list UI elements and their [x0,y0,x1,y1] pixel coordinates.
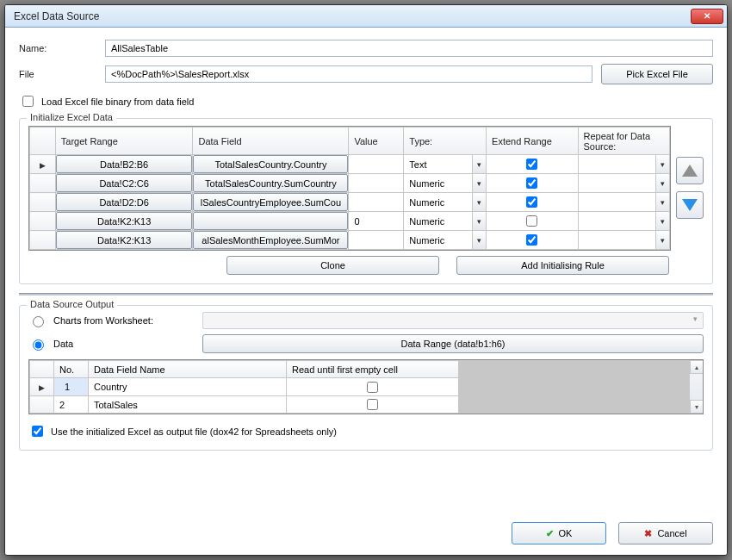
data-field-button[interactable]: TotalSalesCountry.SumCountry [193,174,348,192]
data-radio[interactable] [33,339,44,351]
chevron-down-icon[interactable] [655,174,669,192]
output-grid-row[interactable]: 1Country [30,378,689,396]
load-binary-checkbox[interactable] [22,96,34,107]
init-grid: Target Range Data Field Value Type: Exte… [28,126,671,251]
type-value: Numeric [404,231,472,249]
row-number: 2 [54,398,88,412]
output-group-title: Data Source Output [27,299,117,309]
ok-button[interactable]: ✔ OK [512,522,606,544]
close-button[interactable]: ✕ [691,9,723,24]
init-row-selector[interactable] [30,231,56,250]
value-cell[interactable] [349,182,403,185]
target-range-button[interactable]: Data!K2:K13 [56,231,193,249]
init-row-selector[interactable] [30,174,56,193]
output-col-no[interactable]: No. [54,361,89,378]
init-col-extend[interactable]: Extend Range [487,128,578,155]
init-col-type[interactable]: Type: [404,128,487,155]
init-grid-row[interactable]: Data!B2:B6TotalSalesCountry.CountryText [30,155,670,174]
type-select[interactable]: Numeric [404,231,486,249]
scroll-down-icon[interactable]: ▾ [690,400,703,414]
data-field-button[interactable]: alSalesMonthEmployee.SumMor [193,231,348,249]
extend-range-checkbox[interactable] [526,177,537,189]
type-value: Numeric [404,212,472,230]
data-field-button[interactable]: lSalesCountryEmployee.SumCou [193,193,348,211]
data-range-button[interactable]: Data Range (data!b1:h6) [202,334,704,353]
initialize-group: Initialize Excel Data Target Range Data [19,118,713,284]
output-row-selector[interactable] [30,378,54,396]
value-cell[interactable]: 0 [349,215,403,228]
pick-excel-file-button[interactable]: Pick Excel File [601,64,713,84]
repeat-select[interactable] [579,174,670,192]
type-value: Numeric [404,193,472,211]
data-field-name[interactable]: TotalSales [89,398,286,412]
init-grid-row[interactable]: Data!D2:D6lSalesCountryEmployee.SumCouNu… [30,193,670,212]
chevron-down-icon[interactable] [472,193,486,211]
type-select[interactable]: Numeric [404,193,486,211]
init-col-repeat[interactable]: Repeat for Data Source: [578,128,670,155]
target-range-button[interactable]: Data!B2:B6 [56,155,193,173]
extend-range-checkbox[interactable] [526,215,537,227]
output-grid-row[interactable]: 2TotalSales [30,396,689,414]
data-field-button[interactable] [193,212,348,230]
value-cell[interactable] [349,201,403,204]
repeat-select[interactable] [579,193,670,211]
init-row-selector[interactable] [30,212,56,231]
read-until-checkbox[interactable] [367,382,378,393]
dialog-footer: ✔ OK ✖ Cancel [5,513,727,555]
init-grid-wrap: Target Range Data Field Value Type: Exte… [28,126,704,251]
move-down-button[interactable] [676,191,704,219]
init-grid-row[interactable]: Data!K2:K130Numeric [30,212,670,231]
init-col-target-range[interactable]: Target Range [55,128,193,155]
data-field-button[interactable]: TotalSalesCountry.Country [193,155,348,173]
chevron-down-icon[interactable] [472,155,486,173]
output-col-field[interactable]: Data Field Name [89,361,287,378]
content-area: Name: File Pick Excel File Load Excel fi… [5,28,727,513]
init-col-data-field[interactable]: Data Field [193,128,349,155]
output-col-read-until[interactable]: Read until first empty cell [287,361,459,378]
name-input[interactable] [105,40,713,57]
init-buttons-row: Clone Add Initialising Rule [28,256,704,275]
target-range-button[interactable]: Data!C2:C6 [56,174,193,192]
charts-worksheet-combo [202,312,704,329]
output-grid-scrollbar[interactable]: ▴ ▾ [689,360,703,414]
init-row-selector[interactable] [30,155,56,174]
chevron-down-icon[interactable] [655,231,669,249]
file-input[interactable] [105,65,592,83]
value-cell[interactable] [349,239,403,242]
repeat-select[interactable] [579,212,670,230]
init-grid-row[interactable]: Data!K2:K13alSalesMonthEmployee.SumMorNu… [30,231,670,250]
target-range-button[interactable]: Data!K2:K13 [56,212,193,230]
read-until-checkbox[interactable] [367,399,378,410]
init-grid-row[interactable]: Data!C2:C6TotalSalesCountry.SumCountryNu… [30,174,670,193]
filler-cell [459,378,689,396]
arrow-down-icon [682,199,698,211]
data-field-name[interactable]: Country [89,380,286,394]
chevron-down-icon[interactable] [655,212,669,230]
chevron-down-icon[interactable] [472,231,486,249]
chevron-down-icon[interactable] [655,155,669,173]
scroll-up-icon[interactable]: ▴ [690,360,703,374]
chevron-down-icon[interactable] [472,212,486,230]
extend-range-checkbox[interactable] [526,196,537,208]
extend-range-checkbox[interactable] [526,159,537,170]
reorder-buttons [676,157,704,251]
chevron-down-icon[interactable] [655,193,669,211]
output-row-selector[interactable] [30,396,54,414]
add-rule-button[interactable]: Add Initialising Rule [456,256,669,275]
type-select[interactable]: Numeric [404,212,486,230]
value-cell[interactable] [349,163,403,166]
type-select[interactable]: Numeric [404,174,486,192]
extend-range-checkbox[interactable] [526,234,537,246]
chevron-down-icon[interactable] [472,174,486,192]
init-col-value[interactable]: Value [349,128,404,155]
repeat-select[interactable] [579,155,670,173]
cancel-button[interactable]: ✖ Cancel [618,522,713,544]
init-row-selector[interactable] [30,193,56,212]
target-range-button[interactable]: Data!D2:D6 [56,193,193,211]
move-up-button[interactable] [676,157,704,184]
charts-radio[interactable] [33,316,44,327]
use-output-checkbox[interactable] [32,426,43,437]
clone-button[interactable]: Clone [226,256,439,275]
type-select[interactable]: Text [404,155,486,173]
repeat-select[interactable] [579,231,670,249]
